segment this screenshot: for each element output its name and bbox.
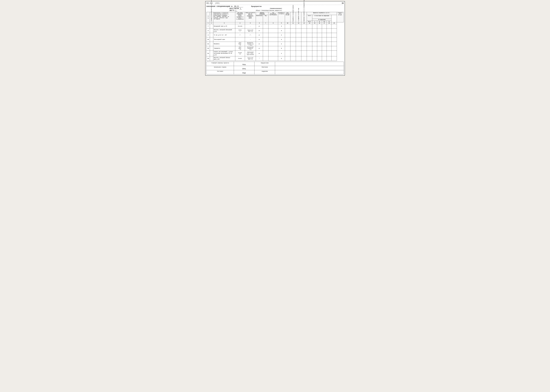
naim-label: (Наименование)	[270, 8, 282, 9]
table-row: I0Трехходовой кран–шт4	[206, 37, 344, 42]
spec-title-label: Заказная спецификация №	[206, 6, 233, 7]
col-n1: 1	[206, 22, 210, 24]
sig-name: Платонов	[254, 66, 275, 70]
th-q1: I	[312, 21, 317, 22]
object-label: Объект (производственная мощность)	[256, 10, 282, 12]
sig-signature: Нарц	[234, 62, 254, 66]
th-byquarter-label: по кварталам	[312, 19, 332, 21]
col-n3: 3	[213, 22, 235, 24]
col-n18: 18	[327, 22, 332, 24]
doc-series: (III)	[215, 2, 220, 4]
sig-name: Андреева	[254, 70, 275, 74]
th-pos: №позиции потехнологической схеме, место …	[210, 12, 213, 22]
th-quarters-group: В том числе по кварталам	[312, 15, 332, 19]
sheet-label: Лист №	[230, 10, 234, 11]
th-price: Цена единицы тыс.руб.	[285, 12, 290, 22]
col-n10: 10	[285, 22, 290, 24]
col-n15: 15	[312, 22, 317, 24]
signature-row: Начальник отделаШлицПлатонов	[206, 66, 344, 70]
col-n19: 19	[332, 22, 337, 24]
col-n14: 14	[307, 22, 312, 24]
th-q4: IV	[327, 21, 332, 22]
col-n11: 11	[290, 22, 296, 24]
signature-row: Главный инженер проектаНарцНарциссова	[206, 62, 344, 66]
col-n13: 13	[301, 22, 307, 24]
th-manuf: Завод-изготовитель (для им- портного обо…	[245, 12, 256, 22]
th-unit-name: Наименование	[256, 15, 263, 22]
col-n6: 6	[256, 22, 263, 24]
th-eqcode: Код оборудования, ния,материалов	[268, 12, 278, 22]
document-page: 901-8·2 (III) I8 Заказная спецификация №…	[205, 1, 345, 76]
th-total: Всего	[307, 15, 312, 21]
sheet-num: 2	[235, 10, 237, 12]
signatures-section: Главный инженер проектаНарцНарциссоваНач…	[206, 62, 344, 74]
sig-signature: Андр	[234, 70, 254, 74]
th-q3: III	[322, 21, 327, 22]
col-n4: 4	[235, 22, 245, 24]
col-n17: 17	[322, 22, 327, 24]
th-need2: Потребность на пусковой комплекс	[290, 12, 296, 22]
main-table: № п.п. №позиции потехнологической схеме,…	[206, 12, 344, 61]
col-n2: 2	[210, 22, 213, 24]
sig-name: Нарциссова	[254, 62, 275, 66]
col-n7: 7	[263, 22, 268, 24]
table-row: I2ТермометрГОСТ2823--73Колченскийтермоме…	[206, 46, 344, 51]
sheets-total: 2	[240, 8, 242, 10]
spec-number: ОВ-С2	[234, 6, 243, 7]
table-row: 8Вентиль запорный фланцевыйд-25I5ч9п2Ура…	[206, 28, 344, 33]
th-q2: II	[317, 21, 322, 22]
th-adopted-group: Принятая потребность на 19 г.	[307, 12, 337, 15]
sig-role: Составил	[206, 70, 234, 74]
th-desc: Наименование и техническая характеристик…	[213, 12, 235, 22]
th-num: № п.п.	[206, 12, 210, 22]
col-n9: 9	[278, 22, 285, 24]
th-need4: Заявленная потребность на планируемый го…	[301, 12, 307, 22]
sig-role: Главный инженер проекта	[206, 62, 234, 66]
th-total2: Всего	[307, 21, 312, 22]
signature-row: СоставилАндрАндреева	[206, 70, 344, 74]
col-n12: 12	[296, 22, 301, 24]
th-need: Потребность по проекту	[278, 12, 285, 22]
table-row: I3Клапен регулирующий с испол-нительным …	[206, 51, 344, 56]
th-cost: Стоимость всего тыс.руб.	[337, 12, 344, 22]
th-unit-code: Код	[263, 15, 268, 22]
sig-role: Начальник отдела	[206, 66, 234, 70]
table-row: 7Воздушный кран д-I5I5кч18п–шт3	[206, 24, 344, 28]
table-row: I4Вентиль запорный фланце-вый д-40I5ч9п2…	[206, 56, 344, 61]
col-n8: 8	[268, 22, 278, 24]
th-type: Типи марка оборудования, каталог, чертёж…	[235, 12, 245, 22]
sheets-total-label: Всего листов	[230, 8, 239, 9]
table-row: 9То же д-32 tн= -40°–"––"–шт2	[206, 33, 344, 37]
col-n16: 16	[317, 22, 322, 24]
top-bar: 901-8·2 (III) I8	[206, 2, 344, 5]
page-id: I8	[342, 2, 344, 4]
th-need3: С р-ждаемое на начало года	[296, 12, 301, 22]
col-n5: 5	[245, 22, 256, 24]
enterprise-label: Предприятие	[251, 6, 262, 7]
sig-signature: Шлиц	[234, 66, 254, 70]
table-row: IIМанометрГОСТ8629--75Манометри-ческий з…	[206, 42, 344, 46]
header-section: Заказная спецификация № ОВ-С2 Предприяти…	[206, 6, 344, 12]
th-unit-group: Единицаизмерения	[256, 12, 268, 15]
